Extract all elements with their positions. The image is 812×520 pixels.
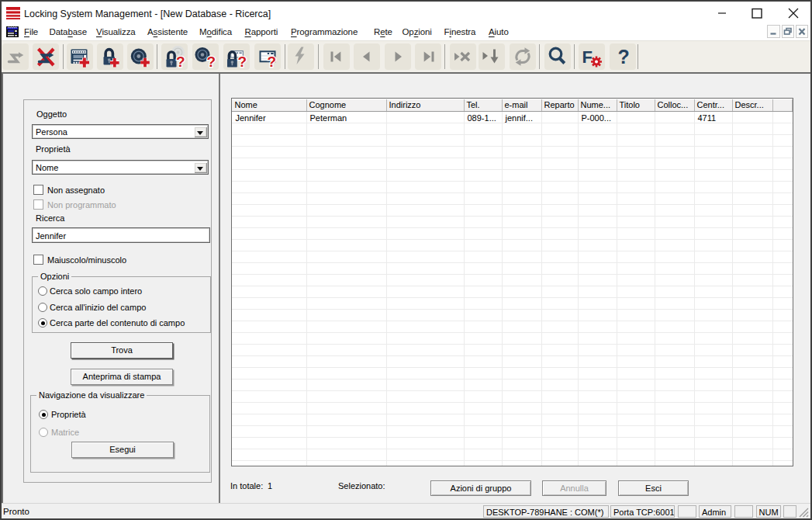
svg-text:?: ? — [207, 54, 216, 70]
svg-text:?: ? — [238, 54, 247, 70]
svg-text:?: ? — [176, 54, 185, 70]
svg-text:?: ? — [617, 46, 629, 68]
svg-text:F: F — [582, 47, 592, 67]
svg-text:?: ? — [268, 54, 277, 70]
